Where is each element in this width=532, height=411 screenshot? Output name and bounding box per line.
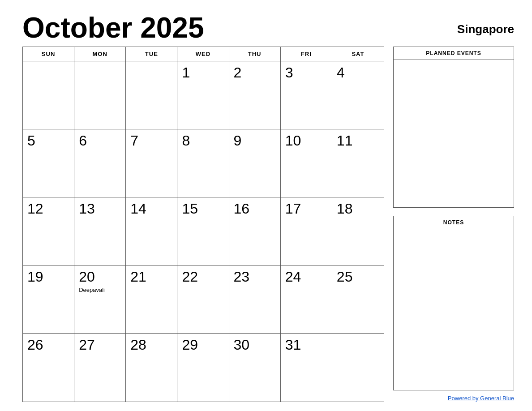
cell-date-number: 27 [79, 337, 121, 353]
cell-date-number: 8 [182, 133, 224, 149]
calendar-cell: 7 [126, 129, 177, 197]
cell-date-number: 24 [285, 269, 327, 285]
calendar-cell: 11 [332, 129, 384, 197]
calendar-cell: 18 [332, 197, 384, 265]
header: October 2025 Singapore [22, 13, 514, 42]
calendar-cell: 24 [281, 265, 332, 334]
cell-date-number: 30 [234, 337, 276, 353]
notes-title: NOTES [394, 216, 514, 229]
calendar-cell: 30 [229, 334, 281, 402]
cell-date-number: 2 [234, 65, 276, 81]
calendar-cell: 15 [177, 197, 229, 265]
calendar-cell: 4 [332, 61, 384, 129]
right-section: PLANNED EVENTS NOTES Powered by General … [393, 47, 514, 402]
main-area: SUN MON TUE WED THU FRI SAT 123456789101… [22, 47, 514, 402]
cell-date-number: 11 [337, 133, 379, 149]
cell-date-number: 19 [27, 269, 69, 285]
cell-date-number: 1 [182, 65, 224, 81]
cell-date-number: 21 [130, 269, 172, 285]
cell-date-number: 17 [285, 201, 327, 217]
notes-box: NOTES [393, 216, 514, 390]
calendar-cell: 13 [74, 197, 126, 265]
cell-date-number: 28 [130, 337, 172, 353]
calendar-cell: 1 [177, 61, 229, 129]
calendar-cell: 16 [229, 197, 281, 265]
cell-date-number: 26 [27, 337, 69, 353]
calendar-cell: 19 [23, 265, 74, 334]
day-wed: WED [177, 47, 229, 61]
footer: Powered by General Blue [393, 390, 514, 402]
cell-date-number: 14 [130, 201, 172, 217]
cell-date-number: 22 [182, 269, 224, 285]
country-title: Singapore [457, 13, 514, 36]
cell-date-number: 13 [79, 201, 121, 217]
cell-date-number: 7 [130, 133, 172, 149]
cell-date-number: 20 [79, 269, 121, 285]
calendar-cell: 9 [229, 129, 281, 197]
cell-date-number: 15 [182, 201, 224, 217]
calendar-cell: 10 [281, 129, 332, 197]
day-fri: FRI [281, 47, 332, 61]
calendar-cell: 8 [177, 129, 229, 197]
calendar-cell: 3 [281, 61, 332, 129]
cell-date-number: 10 [285, 133, 327, 149]
cell-date-number: 3 [285, 65, 327, 81]
calendar-cell: 31 [281, 334, 332, 402]
cell-date-number: 5 [27, 133, 69, 149]
cell-date-number: 4 [337, 65, 379, 81]
powered-by-link[interactable]: Powered by General Blue [448, 395, 514, 402]
cell-date-number: 29 [182, 337, 224, 353]
calendar-cell: 27 [74, 334, 126, 402]
calendar-cell: 12 [23, 197, 74, 265]
calendar-cell: 25 [332, 265, 384, 334]
calendar-cell [332, 334, 384, 402]
calendar-cell [126, 61, 177, 129]
days-header: SUN MON TUE WED THU FRI SAT [23, 47, 384, 61]
calendar-cell: 22 [177, 265, 229, 334]
day-sat: SAT [332, 47, 384, 61]
day-sun: SUN [23, 47, 74, 61]
cell-date-number: 25 [337, 269, 379, 285]
calendar-section: SUN MON TUE WED THU FRI SAT 123456789101… [22, 47, 384, 402]
calendar-cell: 29 [177, 334, 229, 402]
day-thu: THU [229, 47, 281, 61]
cell-date-number: 6 [79, 133, 121, 149]
calendar-cell: 6 [74, 129, 126, 197]
calendar-cell: 23 [229, 265, 281, 334]
cell-date-number: 18 [337, 201, 379, 217]
calendar-cell: 21 [126, 265, 177, 334]
day-mon: MON [74, 47, 126, 61]
calendar-cell: 5 [23, 129, 74, 197]
calendar-cell [74, 61, 126, 129]
page: October 2025 Singapore SUN MON TUE WED T… [0, 0, 532, 411]
notes-content [394, 229, 514, 390]
planned-events-content [394, 60, 514, 207]
calendar-cell: 17 [281, 197, 332, 265]
cell-date-number: 16 [234, 201, 276, 217]
day-tue: TUE [126, 47, 177, 61]
cell-date-number: 23 [234, 269, 276, 285]
month-title: October 2025 [22, 13, 204, 42]
calendar-cell: 20Deepavali [74, 265, 126, 334]
calendar-cell: 14 [126, 197, 177, 265]
calendar-cell: 26 [23, 334, 74, 402]
cell-event-label: Deepavali [79, 287, 121, 293]
calendar-cell: 2 [229, 61, 281, 129]
calendar-grid: 1234567891011121314151617181920Deepavali… [23, 61, 384, 402]
calendar-cell [23, 61, 74, 129]
calendar-cell: 28 [126, 334, 177, 402]
cell-date-number: 12 [27, 201, 69, 217]
cell-date-number: 9 [234, 133, 276, 149]
planned-events-box: PLANNED EVENTS [393, 47, 514, 208]
cell-date-number: 31 [285, 337, 327, 353]
planned-events-title: PLANNED EVENTS [394, 47, 514, 60]
